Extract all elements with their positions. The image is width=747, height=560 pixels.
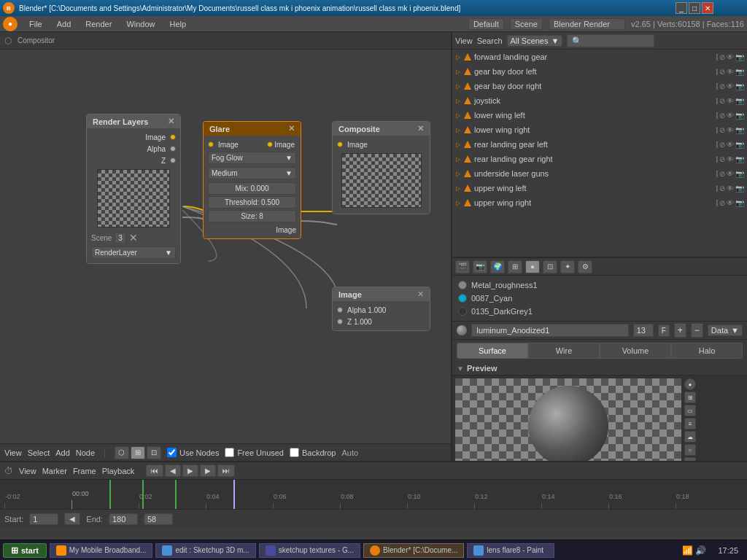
outliner-search-input[interactable]: [567, 34, 654, 47]
scene-selector[interactable]: Scene: [510, 18, 543, 30]
node-image-output[interactable]: Image ✕ Alpha 1.000 Z 1.000: [332, 287, 430, 331]
restrict-render-icon[interactable]: 📷: [735, 68, 744, 76]
render-visibility-icon[interactable]: ⊘: [719, 141, 725, 149]
mat-remove-btn[interactable]: −: [691, 323, 703, 338]
material-item-darkgrey[interactable]: 0135_DarkGrey1: [455, 305, 744, 318]
restrict-render-icon[interactable]: 📷: [735, 170, 744, 178]
outliner-item-forward-landing-gear[interactable]: ▷ forward landing gear | ⊘ 👁 📷: [452, 50, 747, 64]
render-visibility-icon[interactable]: ⊘: [719, 184, 725, 192]
eye-icon[interactable]: 👁: [727, 141, 734, 149]
glare-socket-out[interactable]: [267, 141, 273, 147]
timeline-area[interactable]: -0:02 00:00 0:02 0:04 0:06 0:08 0:10 0:1…: [0, 480, 747, 509]
node-render-layers[interactable]: Render Layers ✕ Image Alpha Z: [86, 114, 181, 264]
tab-wire[interactable]: Wire: [528, 343, 600, 359]
scene-number[interactable]: 3: [115, 233, 126, 244]
eye-icon[interactable]: 👁: [727, 126, 734, 134]
maximize-button[interactable]: □: [689, 2, 700, 14]
outliner-item-underside-laser-guns[interactable]: ▷ underside laser guns | ⊘ 👁 📷: [452, 166, 747, 181]
eye-icon[interactable]: 👁: [727, 68, 734, 76]
eye-icon[interactable]: 👁: [727, 170, 734, 178]
taskbar-item-paint[interactable]: lens flare8 - Paint: [467, 543, 554, 558]
outliner-item-lower-wing-left[interactable]: ▷ lower wing left | ⊘ 👁 📷: [452, 108, 747, 122]
render-visibility-icon[interactable]: ⊘: [719, 170, 725, 178]
socket-z-out[interactable]: [170, 158, 176, 163]
props-icon-physics[interactable]: ⚙: [578, 260, 592, 273]
current-frame-indicator[interactable]: [233, 480, 235, 509]
socket-image-out[interactable]: [170, 134, 176, 140]
restrict-render-icon[interactable]: 📷: [735, 53, 744, 61]
node-glare[interactable]: Glare ✕ Image Image Fog Glow ▼: [203, 121, 301, 239]
outliner-item-joystick[interactable]: ▷ joystick | ⊘ 👁 📷: [452, 93, 747, 108]
outliner-view-btn[interactable]: View: [455, 36, 473, 45]
play-btn[interactable]: ▶: [182, 464, 198, 477]
free-unused-toggle[interactable]: Free Unused: [225, 448, 284, 457]
restrict-render-icon[interactable]: 📷: [735, 184, 744, 192]
outliner-item-rear-landing-gear-right[interactable]: ▷ rear landing gear right | ⊘ 👁 📷: [452, 152, 747, 166]
tab-surface[interactable]: Surface: [457, 343, 528, 359]
taskbar-item-sketchup-edit[interactable]: edit : Sketchup 3D m...: [155, 543, 255, 558]
tab-halo[interactable]: Halo: [671, 343, 743, 359]
eye-icon[interactable]: 👁: [727, 155, 734, 163]
render-layers-header[interactable]: Render Layers ✕: [87, 114, 180, 128]
menu-render[interactable]: Render: [82, 18, 115, 30]
node-composite[interactable]: Composite ✕ Image: [332, 121, 430, 214]
menu-window[interactable]: Window: [123, 18, 158, 30]
preview-cube-btn[interactable]: ⊞: [684, 392, 696, 403]
node-view-btn[interactable]: View: [4, 448, 22, 457]
socket-alpha-out[interactable]: [170, 146, 176, 152]
restrict-render-icon[interactable]: 📷: [735, 112, 744, 120]
mat-add-btn[interactable]: +: [674, 323, 686, 338]
eye-icon[interactable]: 👁: [727, 53, 734, 61]
jump-end-btn[interactable]: ⏭: [217, 464, 235, 477]
props-icon-scene[interactable]: 🎬: [455, 260, 470, 273]
outliner-item-upper-wing-right[interactable]: ▷ upper wing right | ⊘ 👁 📷: [452, 195, 747, 210]
tab-volume[interactable]: Volume: [600, 343, 671, 359]
eye-icon[interactable]: 👁: [727, 82, 734, 90]
timeline-marker-btn[interactable]: Marker: [42, 467, 67, 475]
timeline-playback-btn[interactable]: Playback: [102, 467, 135, 475]
render-visibility-icon[interactable]: ⊘: [719, 68, 725, 76]
restrict-render-icon[interactable]: 📷: [735, 199, 744, 207]
composite-close[interactable]: ✕: [417, 124, 424, 133]
material-item-cyan[interactable]: 0087_Cyan: [455, 292, 744, 305]
glare-header[interactable]: Glare ✕: [204, 122, 301, 136]
flag-btn[interactable]: F: [658, 324, 670, 337]
restrict-render-icon[interactable]: 📷: [735, 82, 744, 90]
outliner-item-gear-bay-door-left[interactable]: ▷ gear bay door left | ⊘ 👁 📷: [452, 64, 747, 79]
node-select-btn[interactable]: Select: [28, 448, 50, 457]
use-nodes-toggle[interactable]: Use Nodes: [167, 448, 219, 457]
eye-icon[interactable]: 👁: [727, 199, 734, 207]
node-node-btn[interactable]: Node: [76, 448, 95, 457]
backdrop-toggle[interactable]: Backdrop: [290, 448, 336, 457]
preview-section-header[interactable]: ▼ Preview: [452, 362, 747, 376]
close-button[interactable]: ✕: [702, 2, 713, 14]
glare-socket-in[interactable]: [208, 141, 214, 147]
context-selector[interactable]: Data ▼: [708, 324, 743, 336]
preview-sky-btn[interactable]: ☁: [684, 431, 696, 443]
composite-header[interactable]: Composite ✕: [333, 122, 430, 136]
eye-icon[interactable]: 👁: [727, 112, 734, 120]
outliner-item-gear-bay-door-right[interactable]: ▷ gear bay door right | ⊘ 👁 📷: [452, 79, 747, 93]
restrict-render-icon[interactable]: 📷: [735, 141, 744, 149]
start-button[interactable]: ⊞ start: [3, 543, 47, 558]
layout-selector[interactable]: Default: [468, 18, 504, 30]
preview-world-btn[interactable]: ○: [684, 444, 696, 456]
minimize-button[interactable]: _: [676, 2, 687, 14]
scene-close[interactable]: ✕: [129, 232, 138, 244]
outliner-item-rear-landing-gear-left[interactable]: ▷ rear landing gear left | ⊘ 👁 📷: [452, 137, 747, 152]
render-visibility-icon[interactable]: ⊘: [719, 155, 725, 163]
outliner-item-lower-wing-right[interactable]: ▷ lower wing right | ⊘ 👁 📷: [452, 122, 747, 137]
preview-plane-btn[interactable]: ▭: [684, 405, 696, 416]
preview-solid-btn[interactable]: ◑: [684, 457, 696, 461]
end-frame-input[interactable]: [109, 513, 138, 525]
timeline-frame-btn[interactable]: Frame: [73, 467, 96, 475]
props-icon-object[interactable]: ⊞: [508, 260, 522, 273]
menu-help[interactable]: Help: [167, 18, 190, 30]
restrict-render-icon[interactable]: 📷: [735, 126, 744, 134]
node-add-btn[interactable]: Add: [55, 448, 70, 457]
menu-file[interactable]: File: [26, 18, 45, 30]
eye-icon[interactable]: 👁: [727, 184, 734, 192]
render-layers-close[interactable]: ✕: [168, 117, 174, 126]
node-icon-1[interactable]: ⬡: [115, 446, 129, 459]
current-frame-input[interactable]: [144, 513, 173, 525]
